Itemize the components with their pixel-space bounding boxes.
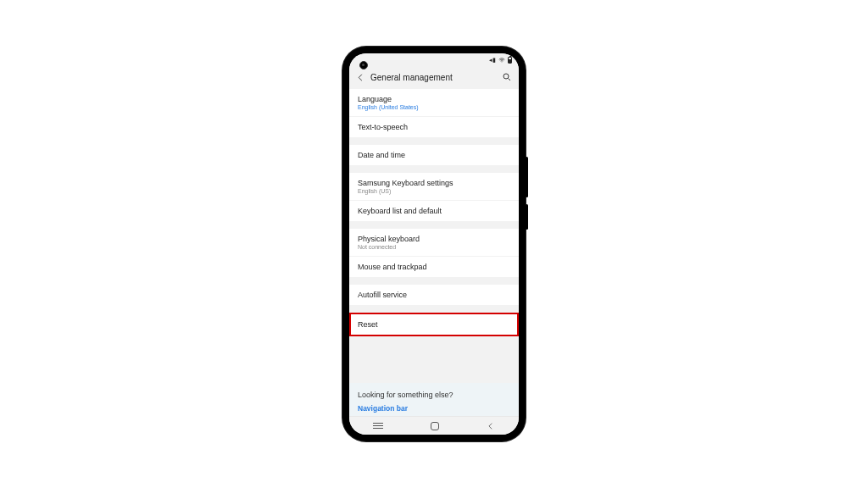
power-button — [526, 204, 528, 230]
screen: ◂▮ General management Language Engli — [349, 53, 519, 435]
section-divider — [349, 306, 519, 313]
item-value: English (US) — [358, 188, 510, 194]
item-label: Date and time — [358, 151, 510, 159]
battery-icon — [508, 57, 512, 64]
item-value: English (United States) — [358, 104, 510, 110]
settings-item-language[interactable]: Language English (United States) — [349, 89, 519, 117]
front-camera — [359, 61, 368, 69]
item-value: Not connected — [358, 244, 510, 250]
settings-item-tts[interactable]: Text-to-speech — [349, 117, 519, 138]
settings-item-datetime[interactable]: Date and time — [349, 145, 519, 166]
section-divider — [349, 222, 519, 229]
sound-icon: ◂▮ — [489, 57, 496, 64]
item-label: Language — [358, 95, 510, 103]
back-button[interactable] — [356, 73, 365, 82]
app-bar: General management — [349, 67, 519, 89]
item-label: Physical keyboard — [358, 235, 510, 243]
settings-item-reset[interactable]: Reset — [349, 313, 519, 336]
svg-point-0 — [504, 74, 509, 79]
section-divider — [349, 336, 519, 343]
settings-item-keyboard-list[interactable]: Keyboard list and default — [349, 201, 519, 222]
volume-button — [526, 157, 528, 197]
settings-list: Language English (United States) Text-to… — [349, 89, 519, 435]
phone-frame: ◂▮ General management Language Engli — [342, 47, 526, 441]
settings-item-keyboard[interactable]: Samsung Keyboard settings English (US) — [349, 173, 519, 201]
wifi-icon — [498, 57, 505, 64]
home-button[interactable] — [431, 422, 439, 430]
status-bar: ◂▮ — [349, 53, 519, 67]
related-heading: Looking for something else? — [358, 391, 510, 399]
item-label: Samsung Keyboard settings — [358, 179, 510, 187]
settings-item-autofill[interactable]: Autofill service — [349, 285, 519, 306]
item-label: Keyboard list and default — [358, 207, 510, 215]
section-divider — [349, 166, 519, 173]
item-label: Mouse and trackpad — [358, 263, 510, 271]
section-divider — [349, 278, 519, 285]
related-link-navigation-bar[interactable]: Navigation bar — [358, 404, 510, 413]
section-divider — [349, 138, 519, 145]
navigation-bar — [349, 416, 519, 435]
item-label: Text-to-speech — [358, 123, 510, 131]
svg-line-1 — [509, 79, 511, 81]
settings-item-physical-keyboard[interactable]: Physical keyboard Not connected — [349, 229, 519, 257]
settings-item-mouse[interactable]: Mouse and trackpad — [349, 257, 519, 278]
back-nav-button[interactable] — [487, 422, 495, 430]
search-button[interactable] — [502, 72, 512, 82]
page-title: General management — [370, 73, 497, 82]
item-label: Autofill service — [358, 291, 510, 299]
related-links: Looking for something else? Navigation b… — [349, 383, 519, 416]
item-label: Reset — [358, 320, 510, 329]
recents-button[interactable] — [373, 425, 383, 427]
